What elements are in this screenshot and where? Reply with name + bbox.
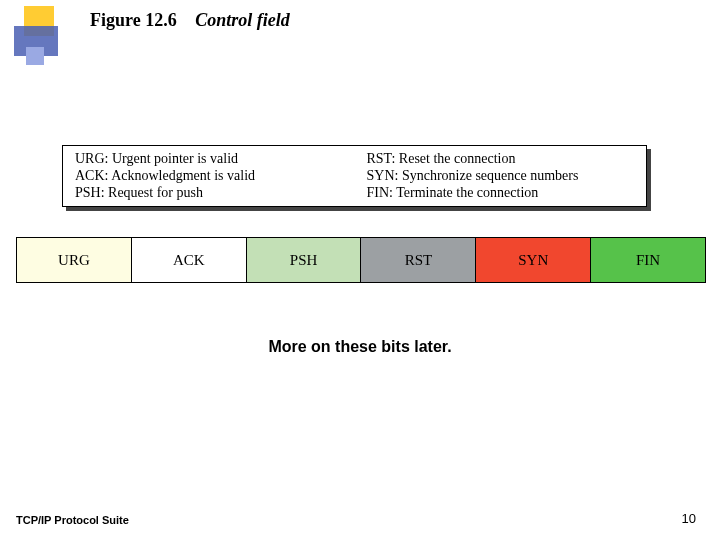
figure-title: Figure 12.6 Control field [90,10,290,31]
definition-line: RST: Reset the connection [367,151,637,167]
definition-line: URG: Urgent pointer is valid [75,151,345,167]
slide-logo [14,0,50,80]
bit-fin: FIN [591,237,706,283]
bit-urg: URG [16,237,132,283]
slide-caption: More on these bits later. [0,338,720,356]
bit-ack: ACK [132,237,247,283]
definition-line: PSH: Request for push [75,185,345,201]
page-number: 10 [682,511,696,526]
footer-source: TCP/IP Protocol Suite [16,514,129,526]
bit-psh: PSH [247,237,362,283]
figure-subtitle: Control field [195,10,290,30]
definitions-box: URG: Urgent pointer is valid ACK: Acknow… [62,145,652,207]
definition-line: ACK: Acknowledgment is valid [75,168,345,184]
figure-number: Figure 12.6 [90,10,177,30]
definition-line: SYN: Synchronize sequence numbers [367,168,637,184]
bit-rst: RST [361,237,476,283]
control-bits-row: URG ACK PSH RST SYN FIN [16,237,706,283]
bit-syn: SYN [476,237,591,283]
definitions-left-column: URG: Urgent pointer is valid ACK: Acknow… [63,146,355,206]
definition-line: FIN: Terminate the connection [367,185,637,201]
title-rule [20,41,706,43]
definitions-right-column: RST: Reset the connection SYN: Synchroni… [355,146,647,206]
